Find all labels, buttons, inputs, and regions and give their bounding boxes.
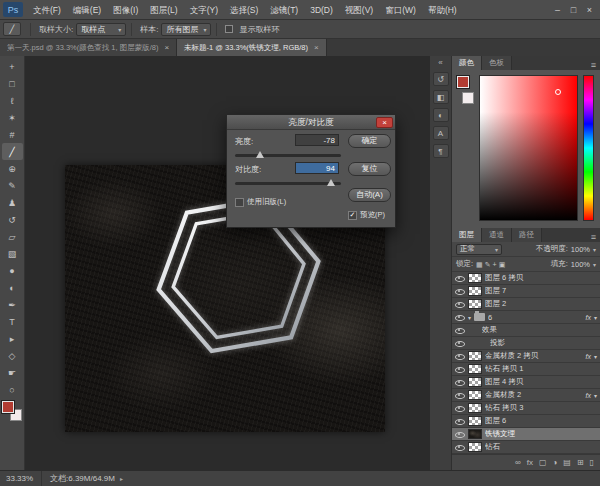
expand-panels-icon[interactable]: « — [438, 58, 442, 68]
visibility-eye-icon[interactable] — [455, 365, 465, 374]
clone-stamp-tool[interactable]: ♟ — [2, 194, 23, 211]
visibility-eye-icon[interactable] — [455, 313, 465, 322]
saturation-brightness-picker[interactable] — [479, 75, 578, 221]
eyedropper-options-icon[interactable]: ╱ — [3, 22, 21, 36]
reset-button[interactable]: 复位 — [348, 162, 391, 176]
layer-row[interactable]: 钻石 拷贝 3 — [452, 402, 600, 415]
effect-row[interactable]: 投影 — [452, 337, 600, 350]
fx-badge[interactable]: fx — [586, 392, 591, 399]
fx-expand-icon[interactable]: ▾ — [594, 353, 597, 360]
visibility-eye-icon[interactable] — [455, 443, 465, 452]
tab-color[interactable]: 颜色 — [452, 56, 482, 70]
minimize-icon[interactable]: – — [550, 1, 565, 19]
opacity-value[interactable]: 100% — [571, 245, 590, 254]
link-layers-icon[interactable]: ∞ — [515, 458, 521, 467]
brightness-value-field[interactable]: -78 — [295, 134, 339, 146]
foreground-color-swatch[interactable] — [457, 76, 469, 88]
menu-item-filter[interactable]: 滤镜(T) — [264, 0, 304, 20]
visibility-eye-icon[interactable] — [455, 339, 465, 348]
healing-brush-tool[interactable]: ⊕ — [2, 160, 23, 177]
menu-item-edit[interactable]: 编辑(E) — [67, 0, 107, 20]
visibility-eye-icon[interactable] — [455, 300, 465, 309]
marquee-tool[interactable]: □ — [2, 75, 23, 92]
blend-mode-dropdown[interactable]: 正常 ▾ — [456, 244, 502, 255]
brightness-slider[interactable] — [235, 154, 341, 157]
visibility-eye-icon[interactable] — [455, 287, 465, 296]
layer-row[interactable]: 钻石 — [452, 441, 600, 454]
layer-row[interactable]: 图层 6 拷贝 — [452, 272, 600, 285]
tab-channels[interactable]: 通道 — [482, 228, 512, 242]
layer-row[interactable]: 图层 6 — [452, 415, 600, 428]
layer-row-selected[interactable]: 铁锈文理 — [452, 428, 600, 441]
visibility-eye-icon[interactable] — [455, 352, 465, 361]
layer-row[interactable]: 图层 2 — [452, 298, 600, 311]
panel-menu-icon[interactable]: ≡ — [591, 60, 600, 70]
dialog-title-bar[interactable]: 亮度/对比度 × — [227, 115, 395, 130]
contrast-slider[interactable] — [235, 182, 341, 185]
visibility-eye-icon[interactable] — [455, 404, 465, 413]
visibility-eye-icon[interactable] — [455, 430, 465, 439]
lock-all-icon[interactable]: ▣ — [499, 261, 506, 268]
tab-swatches[interactable]: 色板 — [482, 56, 512, 70]
eraser-tool[interactable]: ▱ — [2, 228, 23, 245]
menu-item-type[interactable]: 文字(Y) — [184, 0, 224, 20]
delete-layer-icon[interactable]: ▯ — [590, 458, 594, 467]
history-brush-tool[interactable]: ↺ — [2, 211, 23, 228]
new-layer-icon[interactable]: ⊞ — [577, 458, 584, 467]
layer-group-icon[interactable]: ▤ — [563, 458, 571, 467]
tab-close-icon[interactable]: × — [314, 43, 319, 52]
layer-row[interactable]: 钻石 拷贝 1 — [452, 363, 600, 376]
fx-badge[interactable]: fx — [586, 353, 591, 360]
sample-size-dropdown[interactable]: 取样点 ▾ — [76, 23, 126, 36]
background-color-swatch[interactable] — [462, 92, 474, 104]
checkbox-checked-icon[interactable]: ✓ — [348, 211, 357, 220]
character-panel-icon[interactable]: A — [433, 126, 449, 140]
hue-slider[interactable] — [583, 75, 594, 221]
layer-row[interactable]: 图层 4 拷贝 — [452, 376, 600, 389]
lock-transparency-icon[interactable]: ▦ — [476, 261, 483, 268]
menu-item-window[interactable]: 窗口(W) — [379, 0, 422, 20]
menu-item-select[interactable]: 选择(S) — [224, 0, 264, 20]
paragraph-panel-icon[interactable]: ¶ — [433, 144, 449, 158]
layer-row[interactable]: 金属材质 2 fx ▾ — [452, 389, 600, 402]
adjustment-layer-icon[interactable]: ◑ — [552, 458, 557, 467]
dialog-close-icon[interactable]: × — [376, 117, 393, 128]
history-panel-icon[interactable]: ↺ — [433, 72, 449, 86]
close-icon[interactable]: × — [582, 1, 597, 19]
maximize-icon[interactable]: □ — [566, 1, 581, 19]
effects-header-row[interactable]: 效果 — [452, 324, 600, 337]
status-arrow-icon[interactable]: ▸ — [120, 475, 123, 482]
properties-panel-icon[interactable]: ◧ — [433, 90, 449, 104]
preview-checkbox[interactable]: ✓ 预览(P) — [348, 210, 385, 220]
visibility-eye-icon[interactable] — [455, 391, 465, 400]
tab-layers[interactable]: 图层 — [452, 228, 482, 242]
shape-tool[interactable]: ◇ — [2, 347, 23, 364]
layer-row[interactable]: 图层 7 — [452, 285, 600, 298]
fx-badge[interactable]: fx — [586, 314, 591, 321]
brightness-slider-thumb[interactable] — [256, 151, 264, 158]
menu-item-image[interactable]: 图像(I) — [107, 0, 144, 20]
foreground-color-swatch[interactable] — [2, 401, 14, 413]
type-tool[interactable]: T — [2, 313, 23, 330]
adjustments-panel-icon[interactable]: ◐ — [433, 108, 449, 122]
menu-item-view[interactable]: 视图(V) — [339, 0, 379, 20]
layer-mask-icon[interactable]: ▢ — [539, 458, 547, 467]
panel-menu-icon[interactable]: ≡ — [591, 232, 600, 242]
sample-dropdown[interactable]: 所有图层 ▾ — [161, 23, 211, 36]
checkbox-icon[interactable] — [235, 198, 244, 207]
magic-wand-tool[interactable]: ✶ — [2, 109, 23, 126]
menu-item-3d[interactable]: 3D(D) — [304, 0, 339, 20]
eyedropper-tool[interactable]: ╱ — [2, 143, 23, 160]
zoom-level-field[interactable]: 33.33% — [0, 471, 42, 486]
fill-value[interactable]: 100% — [571, 260, 590, 269]
tab-close-icon[interactable]: × — [164, 43, 169, 52]
fx-expand-icon[interactable]: ▾ — [594, 314, 597, 321]
lasso-tool[interactable]: ℓ — [2, 92, 23, 109]
zoom-tool[interactable]: ○ — [2, 381, 23, 398]
visibility-eye-icon[interactable] — [455, 326, 465, 335]
menu-item-help[interactable]: 帮助(H) — [422, 0, 463, 20]
blur-tool[interactable]: ● — [2, 262, 23, 279]
layer-row[interactable]: 金属材质 2 拷贝 fx ▾ — [452, 350, 600, 363]
lock-pixels-icon[interactable]: ✎ — [485, 261, 491, 268]
lock-position-icon[interactable]: + — [493, 261, 497, 268]
